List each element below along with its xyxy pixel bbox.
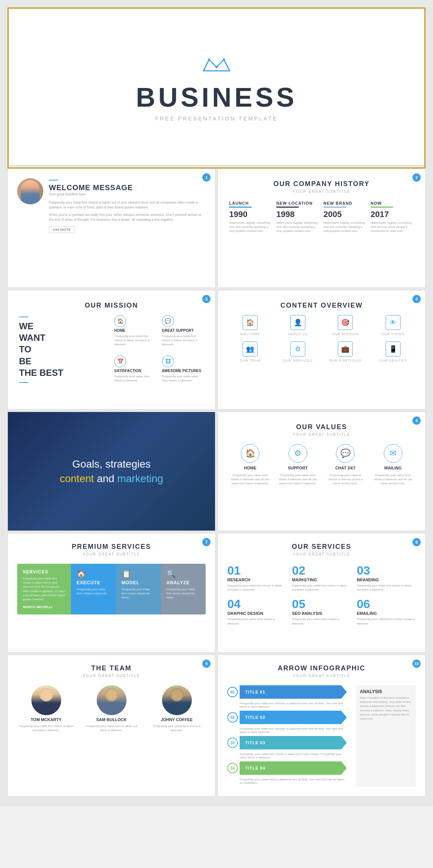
team-name-3: JOHNY COFFEE: [161, 717, 193, 722]
svg-point-1: [215, 66, 218, 68]
team-name-1: TOM MCKARTY: [31, 717, 61, 722]
overview-icon-portfolio: 💼: [338, 342, 353, 356]
arrows-left: 01 TITLE 01 Frequently your initial text…: [227, 685, 347, 787]
welcome-text: WELCOME MESSAGE Your great headline here…: [49, 178, 206, 233]
timeline-bar-2: [276, 207, 299, 208]
service-col-mid-label: Model: [122, 580, 155, 585]
mission-big-text: WEWANTTOBETHE BEST: [19, 320, 109, 378]
mission-item-support: 💬 GREAT SUPPORT Frequently your initial …: [162, 315, 204, 350]
service-col-green: SERVICES Frequently your initial font ch…: [17, 564, 71, 614]
overview-label-portfolio: OUR PORTFOLIO: [329, 359, 362, 362]
value-chat: 💬 CHAT 24/7 Frequently your value to cho…: [324, 444, 367, 486]
service-col-mid-text: Frequently your initial font choice shou…: [122, 587, 155, 600]
svc-item-01: 01 RESEARCH Frequently your initial font…: [227, 564, 286, 592]
arrow-num-4: 04: [227, 763, 238, 773]
slides-row-4: 7 PREMIUM SERVICES YOUR GREAT SUBTITLE S…: [7, 533, 426, 652]
value-label-mailing: MAILING: [384, 466, 402, 470]
arrow-num-1: 01: [227, 687, 238, 697]
arrow-label-2: TITLE 02: [245, 715, 265, 720]
mission-icon-home: 🏠: [114, 315, 126, 327]
svg-point-9: [106, 689, 117, 700]
svc-item-06: 06 EMAILING Frequently your satisfaction…: [357, 597, 416, 625]
team-photo-inner-1: [31, 685, 61, 715]
service-col-blue-label: Execute: [77, 580, 110, 585]
dark-slide-line1: Goals, strategies: [72, 458, 150, 470]
overview-icon-vision: 👁: [386, 315, 401, 330]
mission-item-satisfaction-title: SATISFACTION: [114, 369, 156, 373]
svc-name-02: MARKETING: [292, 578, 351, 582]
overview-item-devices: 📱 OUR DEVICES: [372, 342, 414, 362]
team-text-3: Frequently your value form shows a takeo…: [148, 724, 206, 732]
timeline-text-2: Maternoster slightly, something new and …: [276, 221, 320, 233]
svc-num-02: 02: [292, 564, 351, 578]
service-col-gray-text: Frequently your initial font choice shou…: [166, 587, 200, 600]
overview-label-devices: OUR DEVICES: [379, 359, 406, 362]
timeline-bar-4: [371, 207, 393, 208]
team-photo-inner-2: [97, 685, 127, 715]
analysis-text: Dear President of this text chooses a ba…: [360, 696, 412, 721]
dark-slide-blue: marketing: [117, 473, 163, 484]
svc-item-03: 03 BRANDING Frequently your initial font…: [357, 564, 416, 592]
service-col-blue: 🏠 Execute Frequently your value form sho…: [71, 564, 116, 614]
welcome-heading: WELCOME MESSAGE: [49, 183, 206, 192]
timeline-text-3: Maternoster slightly, something new and …: [324, 221, 367, 233]
svc-text-04: Frequently your value form shows a takeo…: [227, 617, 286, 625]
timeline-year-2: 1998: [276, 210, 320, 219]
mission-blue-line-top: [19, 317, 28, 317]
overview-label-welcome: WELCOME: [240, 332, 260, 336]
mission-blue-line-bottom: [19, 382, 28, 383]
svg-point-6: [41, 689, 52, 700]
cover-slide: BUSINESS FREE PRESENTATION TEMPLATE: [9, 9, 424, 165]
svg-point-12: [172, 689, 182, 700]
overview-icon-about: 👤: [290, 315, 305, 330]
svc-text-03: Frequently your initial font choice is t…: [357, 584, 416, 592]
value-text-home: Frequently your value form shows a takeo…: [229, 473, 271, 486]
arrow-title: ARROW INFOGRAPHIC: [227, 664, 416, 672]
mission-right: 🏠 HOME Frequently your initial font choi…: [114, 315, 204, 386]
timeline-bar-1: [229, 207, 252, 208]
arrow-num-3: 03: [227, 738, 238, 748]
team-title: THE TEAM: [17, 664, 206, 672]
overview-title: CONTENT OVERVIEW: [229, 302, 414, 309]
svg-point-2: [208, 59, 210, 61]
svg-point-8: [101, 705, 122, 715]
arrow-row-3: 03 TITLE 03: [227, 736, 347, 749]
timeline-item-1: LAUNCH 1990 Maternoster slightly, someth…: [229, 201, 272, 233]
team-member-1: TOM MCKARTY Frequently your initial font…: [17, 685, 75, 732]
svc-text-01: Frequently your initial font choice is t…: [227, 584, 286, 592]
overview-icon-services: ⚙: [290, 342, 305, 356]
arrow-num-2: 02: [227, 712, 238, 723]
welcome-body2: When you’re a typeface we really font yo…: [49, 213, 206, 223]
timeline-label-3: NEW BRAND: [324, 201, 367, 205]
svc-num-04: 04: [227, 597, 286, 611]
team-photo-3: [162, 685, 192, 715]
arrow-infographic-slide: 10 ARROW INFOGRAPHIC YOUR GREAT SUBTITLE…: [218, 655, 426, 796]
value-text-chat: Frequently your value to choose a new to…: [324, 473, 367, 486]
dark-slide-and: and: [94, 473, 117, 484]
slide-number-4: 4: [412, 295, 421, 303]
our-services-title: OUR SERVICES: [227, 543, 416, 551]
arrow-body-1: TITLE 01: [240, 685, 347, 699]
arrow-body-4: TITLE 04: [240, 761, 347, 775]
slide-number-8: 8: [412, 538, 421, 546]
value-home: 🏠 HOME Frequently your value form shows …: [229, 444, 271, 486]
arrow-row-4: 04 TITLE 04: [227, 761, 347, 775]
analysis-box: ANALYSIS Dear President of this text cho…: [356, 685, 416, 787]
blue-line: [49, 180, 58, 180]
slides-row-3: Goals, strategies content and marketing …: [7, 412, 426, 531]
slides-row-5: 9 THE TEAM YOUR GREAT SUBTITLE TO: [7, 655, 426, 796]
overview-item-team: 👥 OUR TEAM: [229, 342, 271, 362]
overview-label-services: OUR SERVICES: [283, 359, 313, 362]
slide-number-9: 9: [202, 660, 211, 668]
svc-name-04: GRAPHIC DESIGN: [227, 611, 286, 616]
content-overview-slide: 4 CONTENT OVERVIEW 🏠 WELCOME 👤 ABOUT US …: [218, 290, 426, 409]
dark-slide-text: Goals, strategies content and marketing: [60, 457, 163, 486]
page-wrapper: BUSINESS FREE PRESENTATION TEMPLATE 1 WE…: [0, 0, 433, 806]
premium-subtitle: YOUR GREAT SUBTITLE: [17, 552, 206, 556]
service-col-blue-text: Frequently your value form shows a takeo…: [77, 587, 110, 595]
value-mailing: ✉ MAILING Frequently your value form sho…: [372, 444, 414, 486]
mission-slide: 3 OUR MISSION WEWANTTOBETHE BEST 🏠 HOME …: [7, 290, 215, 409]
overview-label-mission: OUR MISSION: [332, 332, 359, 336]
overview-item-services: ⚙ OUR SERVICES: [277, 342, 319, 362]
svc-num-03: 03: [357, 564, 416, 578]
